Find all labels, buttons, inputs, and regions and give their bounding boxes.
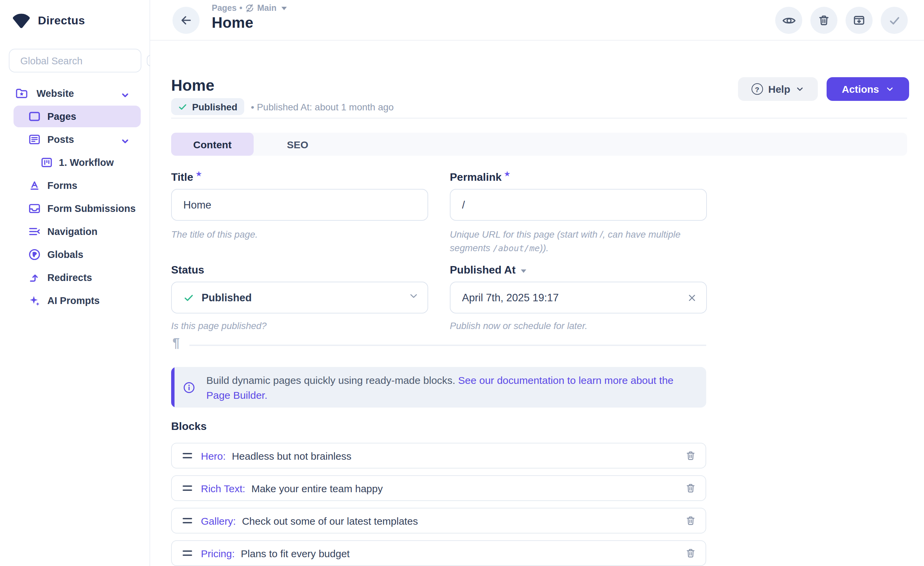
sidebar-item-label: Globals [47,249,83,260]
block-title: Check out some of our latest templates [242,515,418,526]
tab-seo[interactable]: SEO [254,133,342,156]
published-at-field-note: Publish now or schedule for later. [450,319,588,333]
pilcrow-icon[interactable]: ¶ [172,336,180,351]
title-field-label: Title★ [171,171,202,184]
sidebar: Directus ⌘K Website Pages [0,0,150,566]
breadcrumb-version[interactable]: Main [257,3,276,13]
status-field-note: Is this page published? [171,319,267,333]
divider [189,345,706,346]
title-input-field[interactable] [172,199,428,211]
trash-icon[interactable] [684,482,697,494]
sidebar-item-posts[interactable]: Posts [0,128,150,151]
sidebar-item-label: Website [36,88,74,99]
brand-logo[interactable]: Directus [0,0,150,29]
status-select[interactable]: Published [171,281,428,313]
trash-icon[interactable] [684,450,697,462]
tab-content[interactable]: Content [171,133,254,156]
app-window: Directus ⌘K Website Pages [0,0,924,566]
title-a-icon [28,179,41,192]
permalink-field-note: Unique URL for this page (start with /, … [450,228,699,255]
sidebar-item-navigation[interactable]: Navigation [0,220,150,243]
required-icon: ★ [504,170,510,178]
breadcrumb-collection[interactable]: Pages [212,3,237,13]
globe-icon [28,248,41,261]
pages-icon [28,110,41,123]
status-badge: Published [171,98,244,115]
clear-icon[interactable] [687,292,698,303]
chevron-down-icon[interactable] [121,136,129,148]
block-title: Make your entire team happy [251,482,383,494]
sidebar-item-label: Redirects [47,272,92,283]
chevron-down-icon[interactable] [121,90,129,102]
block-type[interactable]: Pricing: [201,547,235,559]
chevron-down-icon[interactable] [408,291,419,304]
sidebar-item-workflow[interactable]: 1. Workflow [0,151,150,174]
required-icon: ★ [196,170,202,178]
sidebar-item-label: Form Submissions [47,203,136,214]
sidebar-item-form-submissions[interactable]: Form Submissions [0,197,150,220]
drag-handle-icon[interactable] [183,551,192,556]
block-type[interactable]: Gallery: [201,515,236,526]
archive-button[interactable] [846,7,873,34]
page-title: Home [171,77,214,95]
back-button[interactable] [172,7,200,34]
blocks-field-label: Blocks [171,420,207,433]
posts-icon [28,133,41,146]
permalink-input-field[interactable] [450,199,706,211]
drag-handle-icon[interactable] [183,518,192,524]
page-header: Pages • Main Home [150,0,924,41]
breadcrumb-separator: • [240,3,243,13]
published-at-field-label: Published At [450,264,526,276]
sidebar-item-ai-prompts[interactable]: AI Prompts [0,289,150,312]
version-sync-icon [245,3,254,13]
permalink-field-label: Permalink★ [450,171,510,184]
sidebar-item-redirects[interactable]: Redirects [0,266,150,289]
help-icon [751,83,763,95]
sidebar-item-website[interactable]: Website [0,82,150,105]
sidebar-item-globals[interactable]: Globals [0,243,150,266]
caret-down-icon [281,6,286,10]
preview-button[interactable] [775,7,802,34]
title-input[interactable] [171,189,428,221]
delete-button[interactable] [810,7,837,34]
trash-icon[interactable] [684,547,697,559]
sparkles-icon [28,294,41,307]
inbox-icon [28,202,41,215]
block-row-gallery[interactable]: Gallery: Check out some of our latest te… [171,508,706,533]
chevron-down-icon [796,84,805,93]
published-meta: • Published At: about 1 month ago [251,101,394,112]
block-row-pricing[interactable]: Pricing: Plans to fit every budget [171,540,706,566]
chevron-down-icon [885,84,894,93]
brand-name: Directus [38,14,85,28]
block-row-hero[interactable]: Hero: Headless but not brainless [171,443,706,468]
block-type[interactable]: Hero: [201,450,226,461]
drag-handle-icon[interactable] [183,485,192,491]
header-title: Home [212,14,286,32]
caret-down-icon[interactable] [521,269,526,273]
banner-text: Build dynamic pages quickly using ready-… [206,373,695,403]
block-row-rich-text[interactable]: Rich Text: Make your entire team happy [171,475,706,501]
sidebar-item-pages[interactable]: Pages [0,105,150,128]
published-at-input-field[interactable] [450,292,687,304]
sidebar-item-forms[interactable]: Forms [0,174,150,197]
help-button[interactable]: Help [738,77,818,101]
check-icon [183,292,194,303]
save-button[interactable] [881,7,908,34]
trash-icon[interactable] [684,515,697,527]
published-at-input[interactable] [450,281,707,313]
directus-logo-icon [12,14,30,29]
status-field-label: Status [171,264,204,276]
drag-handle-icon[interactable] [183,453,192,459]
breadcrumb[interactable]: Pages • Main [212,3,286,13]
search-input[interactable] [9,55,147,66]
global-search[interactable]: ⌘K [9,49,141,72]
archive-icon [852,14,866,27]
banner-accent-bar [171,367,174,408]
trash-icon [817,14,831,27]
header-actions [775,7,908,34]
sidebar-item-label: AI Prompts [47,295,100,306]
actions-button[interactable]: Actions [826,77,909,101]
title-field-note: The title of this page. [171,228,258,242]
block-type[interactable]: Rich Text: [201,482,245,494]
permalink-input[interactable] [450,189,707,221]
